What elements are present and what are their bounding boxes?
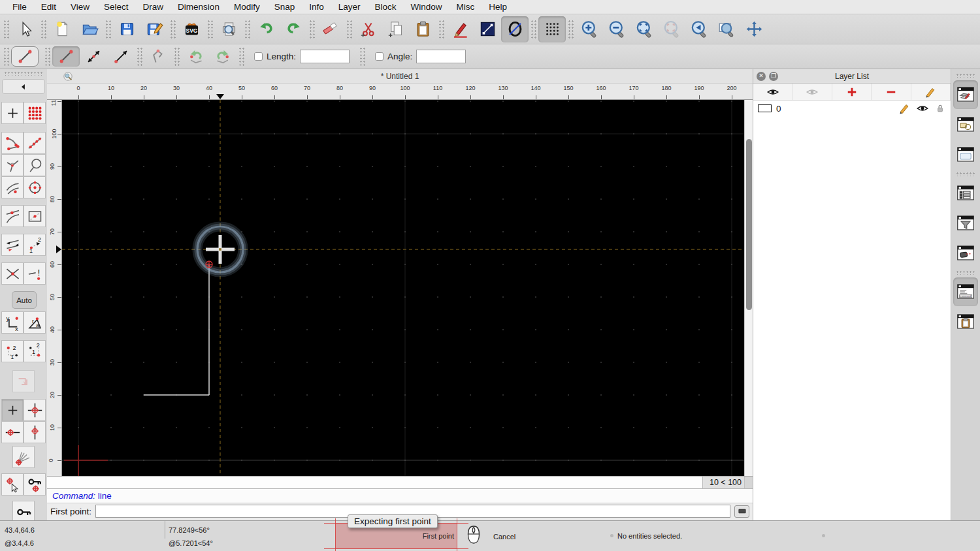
menu-select[interactable]: Select <box>97 0 136 14</box>
line-two-points-button[interactable] <box>52 46 80 67</box>
menu-edit[interactable]: Edit <box>34 0 63 14</box>
zoom-window-button[interactable] <box>713 16 740 42</box>
length-input[interactable] <box>300 50 350 63</box>
menu-modify[interactable]: Modify <box>227 0 267 14</box>
dock-selection-filter-button[interactable] <box>953 209 978 238</box>
line-two-points-button[interactable] <box>11 46 39 67</box>
save-as-button[interactable] <box>140 16 168 42</box>
dock-clipboard-button[interactable] <box>953 307 978 336</box>
zoom-out-button[interactable] <box>603 16 630 42</box>
hide-all-layers-button[interactable] <box>792 84 832 100</box>
menu-draw[interactable]: Draw <box>136 0 171 14</box>
restrict-directions-button[interactable] <box>1 234 24 256</box>
dock-pen-palette-button[interactable] <box>953 239 978 268</box>
snap-on-entity-button[interactable] <box>24 132 46 154</box>
layer-lock-icon[interactable] <box>934 102 946 114</box>
vertical-scrollbar-thumb[interactable] <box>746 139 752 310</box>
drawing-canvas[interactable] <box>62 100 744 476</box>
snap-perpendicular-button[interactable] <box>1 154 24 176</box>
dock-command-line-button[interactable]: command <box>953 277 978 306</box>
snap-nothing-button[interactable]: ! <box>24 262 46 285</box>
menu-dimension[interactable]: Dimension <box>171 0 227 14</box>
layer-row[interactable]: 0 <box>753 101 951 116</box>
relative-zero-cross-button[interactable] <box>24 399 46 421</box>
copy-button[interactable] <box>382 16 409 42</box>
zoom-pan-button[interactable] <box>740 16 768 42</box>
angle-checkbox[interactable] <box>375 52 384 61</box>
undo-segment-button[interactable] <box>182 46 209 67</box>
redo-button[interactable] <box>280 16 307 42</box>
snap-reference-button[interactable] <box>24 205 46 227</box>
menu-window[interactable]: Window <box>404 0 449 14</box>
select-arrow-button[interactable] <box>11 16 39 42</box>
new-document-button[interactable] <box>48 16 76 42</box>
dock-library-browser-button[interactable] <box>953 140 978 169</box>
svg-export-button[interactable]: SVG <box>178 16 205 42</box>
length-checkbox[interactable] <box>254 52 263 61</box>
order-points-21-button[interactable]: 12 <box>24 340 46 362</box>
line-ray-button[interactable] <box>107 46 135 67</box>
dock-entity-list-button[interactable] <box>953 179 978 208</box>
line-angle-button[interactable] <box>80 46 107 67</box>
menu-misc[interactable]: Misc <box>449 0 482 14</box>
grid-toggle-button[interactable] <box>538 16 566 42</box>
menu-view[interactable]: View <box>63 0 97 14</box>
snap-intersection-button[interactable] <box>1 262 24 285</box>
relative-zero-vertical-button[interactable] <box>24 421 46 443</box>
zoom-auto-button[interactable] <box>630 16 658 42</box>
menu-file[interactable]: File <box>5 0 34 14</box>
menu-info[interactable]: Info <box>302 0 331 14</box>
angle-protractor-button[interactable] <box>12 446 35 468</box>
polyline-button[interactable] <box>144 46 172 67</box>
select-reference-button[interactable] <box>1 473 24 496</box>
draw-pen-button[interactable] <box>446 16 474 42</box>
menu-help[interactable]: Help <box>482 0 514 14</box>
save-button[interactable] <box>113 16 140 42</box>
cut-scissors-button[interactable] <box>354 16 382 42</box>
relative-zero-free-button[interactable] <box>1 399 24 421</box>
back-arrow-button[interactable] <box>2 79 45 94</box>
menu-snap[interactable]: Snap <box>267 0 302 14</box>
snap-grid-button[interactable] <box>24 102 46 124</box>
add-layer-button[interactable] <box>832 84 872 100</box>
snap-endpoints-button[interactable] <box>1 132 24 154</box>
snap-distance-button[interactable] <box>1 176 24 198</box>
undo-button[interactable] <box>252 16 280 42</box>
command-keyboard-toggle-button[interactable] <box>734 505 749 518</box>
angle-input[interactable] <box>416 50 466 63</box>
snap-center-button[interactable] <box>24 176 46 198</box>
coordinate-cartesian-button[interactable]: yx <box>1 311 24 334</box>
layer-edit-icon[interactable] <box>898 102 911 115</box>
snap-auto-button[interactable]: Auto <box>12 291 37 309</box>
print-preview-button[interactable] <box>215 16 242 42</box>
float-panel-icon[interactable]: ❐ <box>769 72 778 81</box>
paste-clipboard-button[interactable] <box>409 16 436 42</box>
show-all-layers-button[interactable] <box>753 84 792 100</box>
lock-reference-button[interactable] <box>24 473 46 496</box>
snap-middle-button[interactable] <box>24 154 46 176</box>
delete-eraser-button[interactable] <box>317 16 344 42</box>
layer-visibility-icon[interactable] <box>915 101 930 116</box>
horizontal-scrollbar[interactable] <box>47 477 702 488</box>
remove-layer-button[interactable] <box>872 84 911 100</box>
snap-tangent-button[interactable] <box>1 205 24 227</box>
menu-layer[interactable]: Layer <box>331 0 368 14</box>
restrict-order-button[interactable]: 12 <box>24 234 46 256</box>
edit-layer-button[interactable] <box>911 84 951 100</box>
coordinate-polar-button[interactable]: ra <box>24 311 46 334</box>
lock-relative-zero-button[interactable] <box>12 501 35 520</box>
zoom-previous-button[interactable] <box>685 16 713 42</box>
order-points-12-button[interactable]: 12 <box>1 340 24 362</box>
snap-free-button[interactable] <box>1 102 24 124</box>
dock-layer-list-button[interactable] <box>953 80 978 109</box>
ellipse-tool-button[interactable] <box>501 16 529 42</box>
menu-block[interactable]: Block <box>368 0 404 14</box>
zoom-in-button[interactable] <box>576 16 603 42</box>
close-icon[interactable]: ✕ <box>757 72 766 81</box>
vertical-scrollbar[interactable] <box>744 100 753 476</box>
dock-block-list-button[interactable] <box>953 110 978 139</box>
open-folder-button[interactable] <box>76 16 103 42</box>
redo-segment-button[interactable] <box>209 46 237 67</box>
line-attributes-button[interactable] <box>474 16 501 42</box>
relative-zero-horizontal-button[interactable] <box>1 421 24 443</box>
